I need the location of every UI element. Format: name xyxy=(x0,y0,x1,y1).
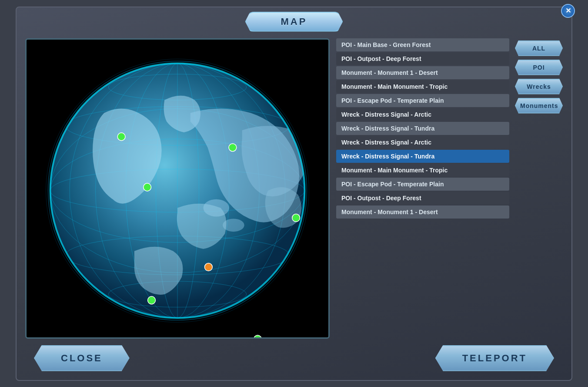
close-button[interactable]: CLOSE xyxy=(34,345,130,371)
filter-button-monuments[interactable]: Monuments xyxy=(515,98,563,114)
marker-2 xyxy=(144,183,151,191)
marker-5 xyxy=(148,296,156,304)
poi-list-item[interactable]: Wreck - Distress Signal - Arctic xyxy=(336,108,509,121)
marker-3 xyxy=(292,214,300,222)
globe-map xyxy=(25,38,330,339)
filter-button-wrecks[interactable]: Wrecks xyxy=(515,79,563,94)
poi-list-item[interactable]: POI - Main Base - Green Forest xyxy=(336,38,509,51)
poi-list-item[interactable]: POI - Escape Pod - Temperate Plain xyxy=(336,94,509,107)
poi-list[interactable]: POI - Main Base - Green ForestPOI - Outp… xyxy=(336,38,511,339)
bottom-bar: CLOSE TELEPORT xyxy=(25,345,563,371)
poi-list-item[interactable]: Wreck - Distress Signal - Arctic xyxy=(336,136,509,149)
globe-svg xyxy=(27,40,328,337)
right-panel: POI - Main Base - Green ForestPOI - Outp… xyxy=(336,38,563,339)
poi-list-item[interactable]: POI - Outpost - Deep Forest xyxy=(336,52,509,65)
marker-4-orange xyxy=(204,263,212,271)
poi-list-item[interactable]: Monument - Monument 1 - Desert xyxy=(336,205,509,219)
poi-list-item[interactable]: Wreck - Distress Signal - Tundra xyxy=(336,122,509,135)
map-title: MAP xyxy=(245,12,343,32)
title-bar: MAP xyxy=(25,12,563,32)
poi-list-panel: POI - Main Base - Green ForestPOI - Outp… xyxy=(336,38,511,339)
filter-button-poi[interactable]: POI xyxy=(515,60,563,75)
content-row: POI - Main Base - Green ForestPOI - Outp… xyxy=(25,38,563,339)
poi-list-item[interactable]: POI - Escape Pod - Temperate Plain xyxy=(336,178,509,191)
marker-0 xyxy=(117,133,125,141)
teleport-button[interactable]: TELEPORT xyxy=(435,345,554,371)
poi-list-item[interactable]: Monument - Main Monument - Tropic xyxy=(336,164,509,177)
poi-list-item[interactable]: Monument - Main Monument - Tropic xyxy=(336,80,509,93)
poi-list-item[interactable]: Monument - Monument 1 - Desert xyxy=(336,66,509,79)
close-x-button[interactable]: ✕ xyxy=(561,4,575,18)
poi-list-item[interactable]: Wreck - Distress Signal - Tundra xyxy=(336,150,509,163)
poi-list-item[interactable]: POI - Outpost - Deep Forest xyxy=(336,192,509,205)
marker-6 xyxy=(254,335,261,337)
filter-button-all[interactable]: ALL xyxy=(515,40,563,56)
modal-container: ✕ MAP xyxy=(16,7,572,381)
filter-panel: ALLPOIWrecksMonuments xyxy=(515,38,563,339)
marker-1 xyxy=(229,143,237,151)
